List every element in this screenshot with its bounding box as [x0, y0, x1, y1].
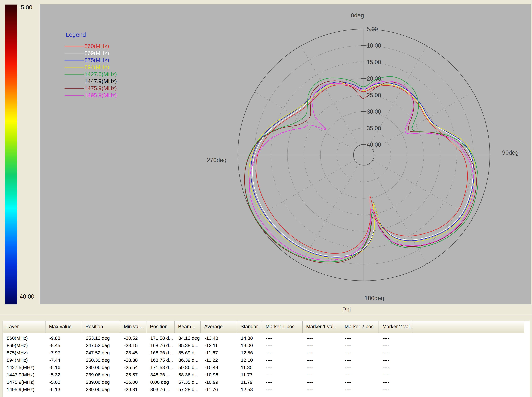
table-cell: -11.76 — [201, 386, 237, 393]
legend-item: 1447.9(MHz) — [64, 78, 153, 85]
legend-item-label: 1427.5(MHz) — [84, 71, 117, 77]
grid-spoke — [369, 164, 427, 264]
column-header-marker-2-pos[interactable]: Marker 2 pos — [341, 321, 379, 333]
table-cell: ---- — [303, 349, 341, 356]
grid-spoke — [373, 92, 473, 150]
table-cell: -9.88 — [45, 335, 82, 342]
table-cell: -5.32 — [45, 371, 82, 378]
table-cell: ---- — [379, 342, 412, 349]
table-cell: ---- — [341, 356, 379, 364]
legend-item: 894(MHz) — [64, 64, 153, 71]
legend-line-swatch — [64, 95, 84, 96]
legend-item: 1495.9(MHz) — [64, 92, 153, 99]
table-cell: 0.00 deg — [146, 378, 175, 386]
curve-875-mhz- — [251, 82, 474, 257]
grid-spoke — [301, 46, 359, 146]
table-row[interactable]: 1427.5(MHz)-5.16239.06 deg-25.54171.58 d… — [3, 364, 525, 371]
ring-label: 10.00 — [367, 42, 381, 49]
angle-axis-label: 270deg — [207, 157, 227, 163]
table-cell: 303.76 ... — [146, 386, 175, 393]
results-table: LayerMax valuePositionMin val...Position… — [3, 321, 530, 397]
table-cell: -28.38 — [120, 356, 146, 364]
table-cell: 14.38 — [237, 335, 262, 342]
column-header-position[interactable]: Position — [82, 321, 120, 333]
table-cell: 1495.9(MHz) — [3, 386, 45, 393]
angle-axis-label: 180deg — [364, 295, 384, 301]
table-cell: 239.06 deg — [82, 371, 120, 378]
table-cell: 12.58 — [237, 386, 262, 393]
grid-spoke — [301, 164, 359, 264]
column-header-beam[interactable]: Beam... — [175, 321, 201, 333]
table-cell: 59.86 d... — [175, 364, 201, 371]
table-cell: 168.76 d... — [146, 349, 175, 356]
table-cell: 239.06 deg — [82, 386, 120, 393]
table-cell: 239.06 deg — [82, 364, 120, 371]
table-row[interactable]: 1475.9(MHz)-5.02239.06 deg-26.000.00 deg… — [3, 378, 525, 386]
column-header-marker-1-val[interactable]: Marker 1 val... — [303, 321, 341, 333]
ring-label: 5.00 — [367, 26, 378, 32]
table-cell: -25.54 — [120, 364, 146, 371]
legend-item: 1475.9(MHz) — [64, 85, 153, 92]
table-cell: 247.52 deg — [82, 342, 120, 349]
legend-item: 869(MHz) — [64, 50, 153, 57]
table-cell: 1475.9(MHz) — [3, 378, 45, 386]
table-cell: ---- — [341, 335, 379, 342]
table-cell: 85.38 d... — [175, 342, 201, 349]
column-header-filler — [412, 321, 524, 333]
legend-item: 860(MHz) — [64, 43, 153, 50]
table-cell: 869(MHz) — [3, 342, 45, 349]
table-cell: ---- — [303, 356, 341, 364]
table-cell: -5.16 — [45, 364, 82, 371]
table-cell: 168.75 d... — [146, 356, 175, 364]
column-header-standar[interactable]: Standar... — [237, 321, 262, 333]
grid-spoke — [255, 92, 355, 150]
table-cell: 875(MHz) — [3, 349, 45, 356]
table-cell: 11.79 — [237, 378, 262, 386]
column-header-max-value[interactable]: Max value — [45, 321, 82, 333]
table-cell: ---- — [379, 386, 412, 393]
color-scale-max-label: -5.00 — [19, 4, 32, 11]
table-cell: -10.99 — [201, 378, 237, 386]
table-row[interactable]: 860(MHz)-9.88253.12 deg-30.52171.58 d...… — [3, 335, 525, 342]
table-cell: ---- — [379, 364, 412, 371]
table-cell: ---- — [262, 349, 303, 356]
column-header-marker-1-pos[interactable]: Marker 1 pos — [262, 321, 303, 333]
table-cell: 894(MHz) — [3, 356, 45, 364]
table-row[interactable]: 1447.9(MHz)-5.32239.06 deg-25.57348.76 .… — [3, 371, 525, 378]
column-header-position[interactable]: Position — [146, 321, 175, 333]
table-cell: ---- — [262, 386, 303, 393]
table-body: 860(MHz)-9.88253.12 deg-30.52171.58 d...… — [3, 335, 525, 393]
table-cell: -13.48 — [201, 335, 237, 342]
table-cell: ---- — [303, 364, 341, 371]
grid-spoke — [255, 160, 355, 218]
table-cell: ---- — [303, 371, 341, 378]
table-cell: ---- — [341, 386, 379, 393]
table-cell: 84.12 deg — [175, 335, 201, 342]
table-cell: -26.00 — [120, 378, 146, 386]
table-cell: 57.35 d... — [175, 378, 201, 386]
table-cell: 11.30 — [237, 364, 262, 371]
table-cell: ---- — [379, 371, 412, 378]
table-cell: 171.58 d... — [146, 364, 175, 371]
table-cell: ---- — [379, 378, 412, 386]
table-cell: ---- — [262, 335, 303, 342]
ring-label: 40.00 — [367, 141, 381, 148]
table-cell: -28.15 — [120, 342, 146, 349]
column-header-average[interactable]: Average — [201, 321, 237, 333]
table-row[interactable]: 1495.9(MHz)-6.13239.06 deg-29.31303.76 .… — [3, 386, 525, 393]
polar-plot-panel[interactable]: 5.0010.0015.0020.0025.0030.0035.0040.000… — [40, 4, 531, 304]
table-cell: 85.69 d... — [175, 349, 201, 356]
column-header-marker-2-val[interactable]: Marker 2 val... — [379, 321, 412, 333]
table-row[interactable]: 875(MHz)-7.97247.52 deg-28.45168.76 d...… — [3, 349, 525, 356]
table-cell: ---- — [379, 349, 412, 356]
legend-item-label: 1475.9(MHz) — [84, 85, 117, 91]
column-header-min-val[interactable]: Min val... — [120, 321, 146, 333]
table-cell: -30.52 — [120, 335, 146, 342]
column-header-layer[interactable]: Layer — [3, 321, 45, 333]
legend-item-label: 875(MHz) — [84, 57, 109, 63]
curve-1475.9-mhz- — [245, 81, 476, 263]
table-cell: 250.30 deg — [82, 356, 120, 364]
table-row[interactable]: 869(MHz)-8.45247.52 deg-28.15168.76 d...… — [3, 342, 525, 349]
table-row[interactable]: 894(MHz)-7.44250.30 deg-28.38168.75 d...… — [3, 356, 525, 364]
legend-item-label: 1447.9(MHz) — [84, 78, 117, 84]
